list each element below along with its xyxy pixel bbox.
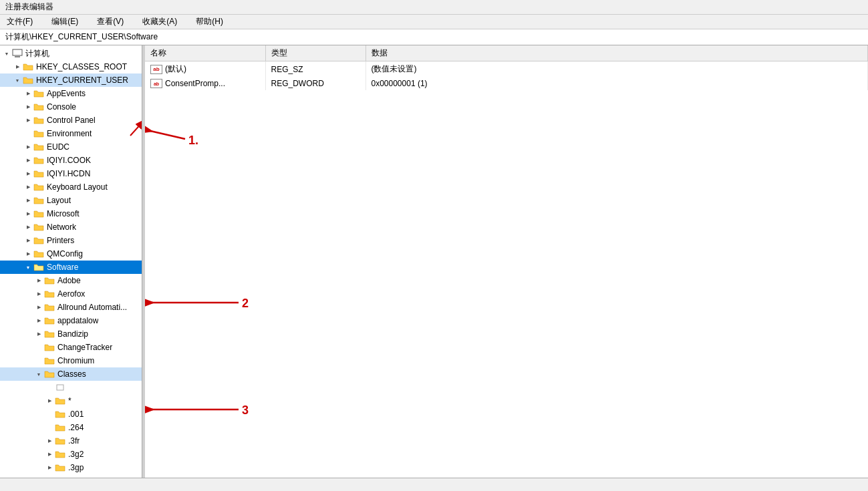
tree-item-dot3gp2[interactable]: .3gp2 [0,474,142,478]
folder-icon-console [33,102,44,112]
tree-item-layout[interactable]: Layout [0,194,142,207]
menu-help[interactable]: 帮助(H) [192,15,227,29]
label-eudc: EUDC [47,142,69,152]
tree-item-software[interactable]: Software [0,261,142,274]
tree-item-microsoft[interactable]: Microsoft [0,207,142,220]
menu-view[interactable]: 查看(V) [93,15,128,29]
tree-item-dot264[interactable]: .264 [0,421,142,434]
tree-item-environment[interactable]: Environment [0,127,142,140]
label-hkcr: HKEY_CLASSES_ROOT [36,62,127,71]
address-bar: 计算机\HKEY_CURRENT_USER\Software [0,29,868,45]
tree-item-changetracker[interactable]: ChangeTracker [0,341,142,354]
expand-hkcu [12,75,23,86]
tree-item-eudc[interactable]: EUDC [0,140,142,154]
row1-type: REG_SZ [265,61,366,77]
tree-item-hkcu[interactable]: HKEY_CURRENT_USER [0,73,142,87]
label-dot3gp2: .3gp2 [68,476,88,478]
tree-item-controlpanel[interactable]: Control Panel [0,114,142,127]
folder-icon-chromium [44,356,55,365]
folder-icon-blank [55,383,65,392]
label-layout: Layout [47,196,71,205]
folder-icon-dot3fr [55,436,65,446]
expand-iqiyi-cook [23,155,33,166]
folder-icon-dot3gp2 [55,476,65,478]
expand-star [44,395,55,406]
folder-icon-classes [44,369,55,379]
row2-data: 0x00000001 (1) [366,77,868,90]
folder-icon-controlpanel [33,116,44,125]
label-software: Software [47,263,78,272]
expand-dot3g2 [44,449,55,460]
tree-root-computer[interactable]: 计算机 [0,47,142,60]
menu-favorites[interactable]: 收藏夹(A) [138,15,181,29]
expand-arrow-computer [1,48,12,59]
folder-icon-star [55,396,65,405]
expand-hkcr [12,61,23,72]
tree-item-iqiyi-cook[interactable]: IQIYI.COOK [0,154,142,167]
label-iqiyi-hcdn: IQIYI.HCDN [47,169,90,178]
tree-item-qmconfig[interactable]: QMConfig [0,247,142,261]
folder-icon-keyboard-layout [33,182,44,192]
tree-item-network[interactable]: Network [0,220,142,234]
folder-icon-appevents [33,89,44,98]
tree-item-iqiyi-hcdn[interactable]: IQIYI.HCDN [0,167,142,180]
folder-icon-dot3g2 [55,450,65,459]
table-row[interactable]: ab (默认) REG_SZ (数值未设置) [145,61,868,77]
svg-rect-2 [14,55,21,56]
tree-item-aerofox[interactable]: Aerofox [0,287,142,301]
tree-item-chromium[interactable]: Chromium [0,354,142,367]
folder-icon-software [33,263,44,272]
label-changetracker: ChangeTracker [57,343,112,352]
label-environment: Environment [47,129,92,138]
right-annotation-overlay: 1. 2 3 [145,45,379,478]
col-header-name: 名称 [145,45,265,61]
tree-item-adobe[interactable]: Adobe [0,274,142,287]
row2-type: REG_DWORD [265,77,366,90]
tree-item-bandizip[interactable]: Bandizip [0,327,142,341]
title-bar: 注册表编辑器 [0,0,868,15]
menu-edit[interactable]: 编辑(E) [47,15,82,29]
label-dot3g2: .3g2 [68,450,84,459]
label-network: Network [47,222,76,232]
label-classes: Classes [57,369,86,379]
expand-console [23,102,33,112]
tree-item-keyboard-layout[interactable]: Keyboard Layout [0,180,142,194]
tree-item-dot3g2[interactable]: .3g2 [0,448,142,461]
expand-microsoft [23,208,33,219]
tree-item-star[interactable]: * [0,394,142,407]
expand-dot264 [44,422,55,433]
expand-bandizip [33,329,44,339]
registry-table: 名称 类型 数据 ab (默认) REG_SZ (数值未设置) [145,45,868,90]
tree-item-hkcr[interactable]: HKEY_CLASSES_ROOT [0,60,142,73]
tree-item-appdatalow[interactable]: appdatalow [0,314,142,327]
menu-file[interactable]: 文件(F) [3,15,37,29]
folder-icon-aerofox [44,289,55,299]
expand-controlpanel [23,115,33,126]
tree-item-appevents[interactable]: AppEvents [0,87,142,100]
tree-item-dot001[interactable]: .001 [0,407,142,421]
tree-item-blank[interactable] [0,381,142,394]
tree-item-classes[interactable]: Classes [0,367,142,381]
folder-icon-layout [33,196,44,205]
label-dot001: .001 [68,410,84,419]
folder-icon-network [33,222,44,232]
folder-icon-printers [33,236,44,245]
expand-printers [23,235,33,246]
folder-icon-iqiyi-hcdn [33,169,44,178]
tree-item-console[interactable]: Console [0,100,142,114]
tree-item-allround[interactable]: Allround Automati... [0,301,142,314]
svg-text:2: 2 [242,297,249,310]
expand-qmconfig [23,249,33,259]
expand-aerofox [33,289,44,299]
label-bandizip: Bandizip [57,329,88,339]
tree-item-printers[interactable]: Printers [0,234,142,247]
label-star: * [68,396,71,405]
expand-dot3fr [44,436,55,446]
label-allround: Allround Automati... [57,303,127,312]
tree-item-dot3fr[interactable]: .3fr [0,434,142,448]
svg-rect-0 [13,49,22,55]
tree-item-dot3gp[interactable]: .3gp [0,461,142,474]
tree-panel[interactable]: 计算机 HKEY_CLASSES_ROOT HKEY_CURRENT_USER [0,45,142,478]
title-bar-text: 注册表编辑器 [5,1,53,13]
table-row[interactable]: ab ConsentPromp... REG_DWORD 0x00000001 … [145,77,868,90]
